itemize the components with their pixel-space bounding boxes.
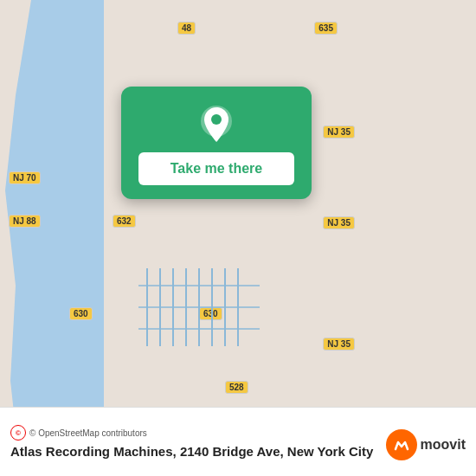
label-630-left: 630 (69, 307, 93, 320)
osm-logo: © (10, 425, 26, 441)
moovit-text: moovit (421, 437, 466, 453)
label-635: 635 (314, 22, 338, 35)
marina-lines (138, 268, 277, 355)
take-me-there-button[interactable]: Take me there (138, 152, 294, 185)
location-card: Take me there (121, 87, 312, 199)
pin-icon (196, 104, 237, 145)
label-nj35-bot: NJ 35 (323, 338, 355, 351)
moovit-logo: moovit (386, 429, 466, 460)
label-nj88: NJ 88 (9, 215, 41, 228)
svg-point-12 (211, 114, 222, 125)
bottom-bar: © © OpenStreetMap contributors Atlas Rec… (0, 407, 476, 476)
label-nj70: NJ 70 (9, 171, 41, 184)
attribution-text: © OpenStreetMap contributors (29, 428, 147, 438)
label-48: 48 (177, 22, 196, 35)
label-nj35-top: NJ 35 (323, 125, 355, 138)
map-container: NJ 70 NJ 88 NJ 35 NJ 35 NJ 35 632 630 63… (0, 0, 476, 476)
label-632: 632 (113, 215, 136, 228)
moovit-icon (386, 429, 417, 460)
label-nj35-mid: NJ 35 (323, 216, 355, 229)
label-528: 528 (225, 381, 248, 394)
